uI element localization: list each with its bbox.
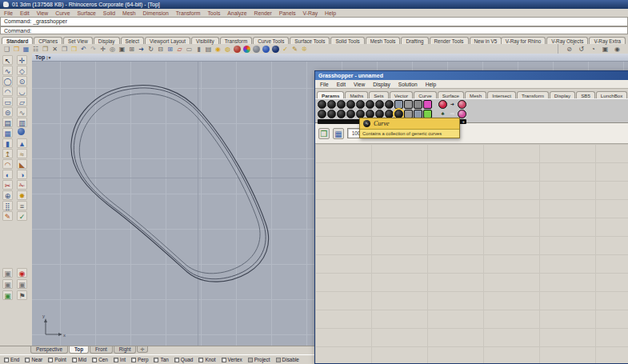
surface-edge-icon[interactable]: ▥ bbox=[17, 118, 27, 127]
toolbar-tab-v-ray-objects[interactable]: V-Ray Objects bbox=[546, 37, 588, 44]
gh-menu-file[interactable]: File bbox=[320, 82, 329, 87]
toolbar-tab-set-view[interactable]: Set View bbox=[63, 37, 93, 44]
zoom-window-icon[interactable]: ▣ bbox=[118, 45, 126, 54]
toolbar-tab-display[interactable]: Display bbox=[94, 37, 120, 44]
gh-tab-sets[interactable]: Sets bbox=[369, 91, 388, 98]
osnap-near-checkbox[interactable] bbox=[25, 358, 30, 362]
osnap-perp[interactable]: Perp bbox=[131, 357, 149, 362]
circle-icon[interactable]: ◯ bbox=[2, 76, 13, 86]
toolbar-tab-curve-tools[interactable]: Curve Tools bbox=[253, 37, 289, 44]
toolbar-tab-cplanes[interactable]: CPlanes bbox=[34, 37, 62, 44]
toolbar-tab-mesh-tools[interactable]: Mesh Tools bbox=[366, 37, 401, 44]
vray-render-icon[interactable]: ↺ bbox=[577, 45, 586, 54]
vray-sphere-icon[interactable]: ◉ bbox=[613, 45, 622, 54]
layer-state-icon[interactable]: ▣ bbox=[2, 290, 13, 300]
ellipse-icon[interactable]: ⊜ bbox=[2, 107, 13, 117]
menu-v-ray[interactable]: V-Ray bbox=[303, 10, 318, 16]
cplane-icon[interactable]: ▱ bbox=[175, 45, 184, 54]
gh-tab-sb5[interactable]: SB5 bbox=[576, 91, 595, 98]
viewport-tab-front[interactable]: Front bbox=[90, 346, 113, 354]
viewport-layout-icon[interactable]: ⊞ bbox=[166, 45, 174, 54]
param-surface-icon[interactable] bbox=[337, 110, 346, 118]
toolbar-tab-v-ray-for-rhino[interactable]: V-Ray for Rhino bbox=[501, 37, 546, 44]
menu-surface[interactable]: Surface bbox=[77, 10, 95, 16]
toolbar-tab-visibility[interactable]: Visibility bbox=[191, 37, 219, 44]
cone-icon[interactable]: ▲ bbox=[17, 138, 27, 148]
surface-3pt-icon[interactable]: ▤ bbox=[2, 118, 13, 127]
annotate-icon[interactable]: ✎ bbox=[2, 211, 13, 221]
viewport-tab-new-icon[interactable]: ✛ bbox=[137, 346, 147, 353]
save-icon[interactable]: ▦ bbox=[22, 45, 30, 54]
trim-icon[interactable]: ✂ bbox=[2, 180, 13, 190]
toolbar-tab-render-tools[interactable]: Render Tools bbox=[430, 37, 469, 44]
param-line-icon[interactable] bbox=[366, 100, 374, 109]
osnap-perp-checkbox[interactable] bbox=[131, 358, 136, 362]
check-icon[interactable]: ✓ bbox=[281, 45, 290, 54]
project-button[interactable]: Project bbox=[248, 357, 270, 362]
render-ball-icon[interactable] bbox=[272, 46, 279, 53]
point-grid-icon[interactable]: ⣿ bbox=[2, 201, 13, 210]
gh-tab-params[interactable]: Params bbox=[317, 91, 344, 98]
data-dam-icon[interactable] bbox=[458, 100, 466, 109]
osnap-near[interactable]: Near bbox=[25, 357, 42, 362]
chamfer-icon[interactable]: ◣ bbox=[17, 159, 27, 169]
flatten-tree-icon[interactable]: ➜ bbox=[448, 100, 457, 109]
param-arc-icon[interactable] bbox=[356, 100, 365, 109]
viewport-title-strip[interactable]: Top |▼ bbox=[32, 54, 628, 62]
menu-curve[interactable]: Curve bbox=[55, 10, 70, 16]
named-views-icon[interactable]: ⊟ bbox=[156, 45, 165, 54]
boolean-union-icon[interactable]: ◐ bbox=[2, 170, 13, 179]
box-icon[interactable]: ▦ bbox=[2, 128, 13, 138]
toolbar-tab-v-ray-extra[interactable]: V-Ray Extra bbox=[589, 37, 626, 44]
gh-tab-mesh[interactable]: Mesh bbox=[465, 91, 486, 98]
osnap-tan-checkbox[interactable] bbox=[154, 358, 158, 362]
flag-icon[interactable]: ⚑ bbox=[17, 290, 27, 300]
split-icon[interactable]: ✁ bbox=[17, 180, 27, 190]
select-arrow-icon[interactable]: ↖ bbox=[2, 55, 13, 65]
snapshot-icon[interactable]: ❊ bbox=[300, 45, 309, 54]
join-icon[interactable]: ⊕ bbox=[2, 190, 13, 200]
paste-icon[interactable]: ❒ bbox=[70, 45, 78, 54]
osnap-knot-checkbox[interactable] bbox=[198, 358, 203, 362]
copy-icon[interactable]: ❐ bbox=[60, 45, 69, 54]
gh-tab-vector[interactable]: Vector bbox=[390, 91, 414, 98]
hide-icon[interactable]: ▭ bbox=[185, 45, 194, 54]
gh-tab-surface[interactable]: Surface bbox=[438, 91, 464, 98]
toolbar-tab-select[interactable]: Select bbox=[121, 37, 145, 44]
grasshopper-canvas[interactable] bbox=[315, 144, 628, 363]
gh-menu-edit[interactable]: Edit bbox=[337, 82, 346, 87]
osnap-quad[interactable]: Quad bbox=[174, 357, 194, 362]
gh-tab-intersect[interactable]: Intersect bbox=[487, 91, 516, 98]
move-icon[interactable]: ✛ bbox=[98, 45, 107, 54]
check-geometry-icon[interactable]: ✓ bbox=[17, 211, 27, 221]
viewport-tab-top[interactable]: Top bbox=[69, 346, 89, 354]
shaded-ball-icon[interactable] bbox=[253, 46, 260, 53]
osnap-mid-checkbox[interactable] bbox=[72, 358, 77, 362]
named-cplane-icon[interactable]: ▣ bbox=[2, 268, 13, 278]
param-vector-icon[interactable] bbox=[327, 100, 336, 109]
grasshopper-window[interactable]: Grasshopper - unnamed FileEditViewDispla… bbox=[314, 70, 628, 364]
menu-tools[interactable]: Tools bbox=[207, 10, 220, 16]
osnap-point[interactable]: Point bbox=[48, 357, 66, 362]
polygon-icon[interactable]: ▱ bbox=[17, 97, 27, 106]
sphere-icon[interactable] bbox=[18, 128, 25, 135]
lock-icon[interactable]: ▮ bbox=[194, 45, 203, 54]
record-icon[interactable]: ◉ bbox=[17, 268, 27, 278]
menu-file[interactable]: File bbox=[4, 10, 13, 16]
polyline-icon[interactable]: ◇ bbox=[17, 66, 27, 75]
param-plane-icon[interactable] bbox=[337, 100, 346, 109]
osnap-vertex[interactable]: Vertex bbox=[222, 357, 242, 362]
param-transform-icon[interactable] bbox=[394, 100, 403, 109]
viewport-tab-perspective[interactable]: Perspective bbox=[30, 346, 68, 354]
properties-icon[interactable]: ❐ bbox=[41, 45, 50, 54]
osnap-end-checkbox[interactable] bbox=[4, 358, 9, 362]
rendered-ball-icon[interactable] bbox=[262, 46, 270, 53]
arc-3pt-icon[interactable]: ◡ bbox=[17, 86, 27, 96]
osnap-cen-checkbox[interactable] bbox=[92, 358, 97, 362]
osnap-point-checkbox[interactable] bbox=[48, 358, 53, 362]
param-colour-icon[interactable] bbox=[423, 100, 432, 109]
osnap-end[interactable]: End bbox=[4, 357, 19, 362]
menu-mesh[interactable]: Mesh bbox=[122, 10, 136, 16]
vray-node-icon[interactable]: ▣ bbox=[601, 45, 610, 54]
param-mesh-icon[interactable] bbox=[346, 110, 355, 118]
